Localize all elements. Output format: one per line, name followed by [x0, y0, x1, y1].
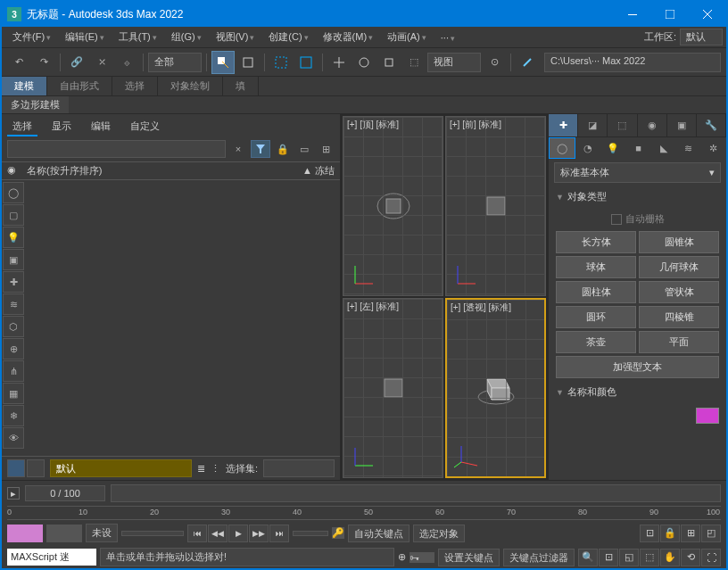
undo-button[interactable]: ↶	[7, 51, 30, 74]
lights-subtab[interactable]: 💡	[600, 137, 625, 159]
pyramid-button[interactable]: 四棱锥	[639, 306, 719, 328]
placement-button[interactable]: ⬚	[402, 51, 426, 74]
viewport-top[interactable]: [+] [顶] [标准]	[343, 116, 443, 296]
filter-geometry-icon[interactable]: ◯	[3, 182, 24, 203]
create-tab[interactable]: ✚	[549, 114, 578, 136]
use-pivot-button[interactable]: ⊙	[483, 51, 506, 74]
maximize-button[interactable]	[651, 2, 689, 27]
ribbon-tab-modeling[interactable]: 建模	[2, 77, 47, 95]
vp-layout-1-button[interactable]	[7, 459, 25, 477]
lock-sel-button[interactable]: 🔒	[660, 525, 680, 542]
category-dropdown[interactable]: 标准基本体▾	[554, 162, 721, 183]
project-path[interactable]: C:\Users\··· Max 2022	[544, 53, 721, 72]
view-flat-icon[interactable]: ▭	[295, 140, 313, 158]
coord-x-input[interactable]	[121, 531, 184, 536]
window-crossing-button[interactable]	[294, 51, 318, 74]
ribbon-tab-selection[interactable]: 选择	[112, 77, 158, 95]
object-color-swatch[interactable]	[696, 408, 719, 424]
spacewarps-subtab[interactable]: ≋	[676, 137, 701, 159]
viewport-persp-label[interactable]: [+] [透视] [标准]	[451, 302, 511, 314]
sphere-button[interactable]: 球体	[556, 256, 636, 278]
menu-animation[interactable]: 动画(A)▾	[380, 29, 434, 45]
menu-file[interactable]: 文件(F)▾	[5, 29, 58, 45]
lock-icon[interactable]: 🔒	[274, 140, 292, 158]
orbit-button[interactable]: ⟲	[681, 549, 700, 566]
menu-view[interactable]: 视图(V)▾	[209, 29, 262, 45]
object-name-input[interactable]	[556, 408, 696, 424]
rollout-name-color[interactable]: ▼名称和颜色	[549, 382, 726, 402]
vp-layout-2-button[interactable]	[27, 459, 45, 477]
viewport-left[interactable]: [+] [左] [标准]	[343, 298, 443, 478]
utilities-tab[interactable]: 🔧	[697, 114, 726, 136]
modify-tab[interactable]: ◪	[578, 114, 608, 136]
viewport-front-label[interactable]: [+] [前] [标准]	[450, 119, 501, 131]
nav-2-button[interactable]: ◰	[701, 525, 721, 542]
workspace-dropdown[interactable]: 默认	[680, 29, 723, 45]
nav-1-button[interactable]: ⊞	[681, 525, 700, 542]
cone-button[interactable]: 圆锥体	[639, 231, 719, 253]
cameras-subtab[interactable]: ■	[625, 137, 650, 159]
display-tab[interactable]: ▣	[667, 114, 697, 136]
timeline-ruler[interactable]: 0 10 20 30 40 50 60 70 80 90 100	[7, 506, 721, 520]
filter-frozen-icon[interactable]: ❄	[3, 405, 24, 426]
layer-menu-icon[interactable]: ⋮	[211, 463, 220, 475]
isolate-button[interactable]: ⊡	[640, 525, 659, 542]
eye-icon[interactable]: ◉	[7, 164, 27, 178]
selection-set-dropdown[interactable]	[263, 459, 335, 477]
next-frame-button[interactable]: ▶▶	[249, 525, 269, 542]
color-swatch-2[interactable]	[46, 525, 82, 542]
unlink-button[interactable]: ⤫	[90, 51, 113, 74]
filter-container-icon[interactable]: ▦	[3, 383, 24, 404]
filter-spacewarps-icon[interactable]: ≋	[3, 293, 24, 315]
play-toggle-icon[interactable]: ▸	[7, 487, 20, 500]
selection-filter-dropdown[interactable]: 全部	[148, 53, 202, 72]
scene-search-input[interactable]	[7, 140, 226, 158]
plane-button[interactable]: 平面	[639, 331, 719, 353]
minimize-button[interactable]	[614, 2, 651, 27]
ribbon-tab-freeform[interactable]: 自由形式	[47, 77, 112, 95]
view-hier-icon[interactable]: ⊞	[317, 140, 335, 158]
cylinder-button[interactable]: 圆柱体	[556, 281, 636, 303]
maxscript-listener[interactable]: MAXScript 迷	[7, 549, 96, 566]
setkey-button[interactable]: 设置关键点	[438, 549, 500, 566]
select-name-button[interactable]	[236, 51, 260, 74]
geometry-subtab[interactable]: ◯	[549, 137, 575, 159]
manipulate-button[interactable]	[516, 51, 539, 74]
pan-button[interactable]: ✋	[660, 549, 680, 566]
layers-icon[interactable]: ≣	[197, 463, 205, 475]
layer-dropdown[interactable]: 默认	[50, 459, 192, 477]
rect-region-button[interactable]	[269, 51, 293, 74]
menu-more[interactable]: ···▾	[434, 30, 462, 45]
filter-bone-icon[interactable]: ⋔	[3, 360, 24, 382]
filter-xref-icon[interactable]: ⊕	[3, 338, 24, 359]
tube-button[interactable]: 管状体	[639, 281, 719, 303]
current-frame-input[interactable]	[293, 531, 328, 536]
prev-frame-button[interactable]: ◀◀	[208, 525, 228, 542]
menu-group[interactable]: 组(G)▾	[164, 29, 209, 45]
scene-tab-select[interactable]: 选择	[7, 118, 37, 136]
link-button[interactable]: 🔗	[65, 51, 88, 74]
shapes-subtab[interactable]: ◔	[575, 137, 600, 159]
menu-create[interactable]: 创建(C)▾	[261, 29, 315, 45]
hierarchy-tab[interactable]: ⬚	[608, 114, 637, 136]
menu-tools[interactable]: 工具(T)▾	[112, 29, 164, 45]
autokey-button[interactable]: 自动关键点	[348, 525, 410, 542]
fov-button[interactable]: ⬚	[640, 549, 659, 566]
menu-edit[interactable]: 编辑(E)▾	[58, 29, 112, 45]
viewport-left-label[interactable]: [+] [左] [标准]	[347, 301, 399, 313]
time-track[interactable]	[111, 484, 721, 502]
viewport-top-label[interactable]: [+] [顶] [标准]	[347, 119, 399, 131]
column-freeze[interactable]: ▲ 冻结	[281, 164, 335, 178]
filter-cameras-icon[interactable]: ▣	[3, 249, 24, 270]
teapot-button[interactable]: 茶壶	[556, 331, 636, 353]
color-swatch-1[interactable]	[7, 525, 43, 542]
ribbon-tab-paint[interactable]: 对象绘制	[158, 77, 223, 95]
motion-tab[interactable]: ◉	[638, 114, 667, 136]
filter-lights-icon[interactable]: 💡	[3, 227, 24, 248]
add-time-tag-button[interactable]: ⊕	[398, 551, 406, 563]
rotate-button[interactable]	[352, 51, 376, 74]
play-button[interactable]: ▶	[228, 525, 248, 542]
ribbon-tab-populate[interactable]: 填	[223, 77, 259, 95]
selected-dropdown[interactable]: 选定对象	[413, 525, 465, 542]
goto-end-button[interactable]: ⏭	[269, 525, 289, 542]
